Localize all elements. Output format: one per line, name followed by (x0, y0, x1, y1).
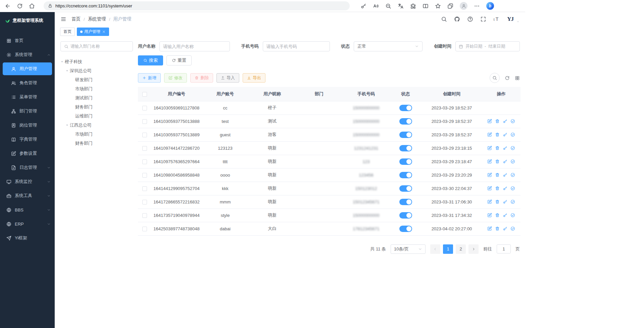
delete-row-icon[interactable] (495, 132, 500, 137)
edit-button[interactable]: 修改 (164, 73, 187, 83)
goto-page-input[interactable] (497, 244, 511, 253)
tree-node[interactable]: 深圳总公司 (60, 66, 133, 75)
assign-role-icon[interactable] (510, 199, 515, 204)
sidebar-item-bbs[interactable]: BBS (0, 203, 55, 217)
read-aloud-icon[interactable] (373, 3, 379, 9)
sidebar-item-post[interactable]: 岗位管理 (0, 118, 55, 132)
copilot-icon[interactable]: b (486, 2, 494, 10)
sidebar-item-dict[interactable]: 字典管理 (0, 132, 55, 146)
reset-password-icon[interactable] (503, 173, 507, 177)
split-screen-icon[interactable] (423, 3, 429, 9)
refresh-table-icon[interactable] (505, 76, 510, 81)
fullscreen-icon[interactable] (480, 16, 486, 22)
url-text[interactable]: https://ccnetcore.com:1101/system/user (55, 3, 132, 8)
delete-button[interactable]: 删除 (190, 73, 213, 83)
tree-node[interactable]: 运维部门 (60, 111, 133, 121)
collapse-sidebar-icon[interactable] (60, 16, 66, 22)
row-checkbox[interactable] (142, 159, 147, 164)
select-all-checkbox[interactable] (142, 92, 147, 97)
phone-input[interactable] (263, 41, 330, 51)
edit-row-icon[interactable] (487, 186, 492, 191)
sidebar-item-tools[interactable]: 系统工具 (0, 189, 55, 203)
status-toggle[interactable] (399, 199, 412, 205)
status-toggle[interactable] (399, 132, 412, 138)
delete-row-icon[interactable] (495, 213, 500, 218)
status-toggle[interactable] (399, 212, 412, 219)
delete-row-icon[interactable] (495, 226, 500, 231)
sidebar-item-log[interactable]: 日志管理 (0, 160, 55, 175)
status-toggle[interactable] (399, 185, 412, 192)
extensions-icon[interactable] (410, 3, 416, 9)
reset-password-icon[interactable] (503, 186, 507, 191)
status-toggle[interactable] (399, 226, 412, 232)
reset-password-icon[interactable] (503, 226, 507, 231)
help-icon[interactable] (467, 16, 473, 22)
assign-role-icon[interactable] (510, 146, 515, 150)
status-select[interactable]: 正常 (354, 41, 423, 51)
row-checkbox[interactable] (142, 119, 147, 124)
row-checkbox[interactable] (142, 133, 147, 137)
password-key-icon[interactable] (360, 3, 366, 9)
edit-row-icon[interactable] (487, 146, 492, 150)
close-tab-icon[interactable] (102, 30, 106, 34)
header-search-icon[interactable] (441, 16, 447, 22)
row-checkbox[interactable] (142, 227, 147, 231)
sidebar-item-monitor[interactable]: 系统监控 (0, 175, 55, 189)
sidebar-item-dept[interactable]: 部门管理 (0, 104, 55, 118)
assign-role-icon[interactable] (510, 159, 515, 164)
assign-role-icon[interactable] (510, 186, 515, 191)
browser-home-button[interactable] (29, 3, 35, 9)
sidebar-item-system[interactable]: 系统管理 (0, 48, 55, 62)
tree-node[interactable]: 江西总公司 (60, 121, 133, 130)
edit-row-icon[interactable] (487, 199, 492, 204)
reset-password-icon[interactable] (503, 213, 507, 218)
row-checkbox[interactable] (142, 106, 147, 110)
browser-profile-avatar[interactable] (460, 2, 467, 10)
search-button[interactable]: 搜索 (138, 55, 163, 65)
department-search[interactable] (60, 41, 133, 51)
sidebar-item-yi[interactable]: Yi框架 (0, 231, 55, 245)
zoom-icon[interactable] (385, 3, 391, 9)
avatar-caret-icon[interactable] (516, 20, 519, 23)
tree-node[interactable]: 财务部门 (60, 102, 133, 111)
github-icon[interactable] (454, 16, 460, 22)
tree-node[interactable]: 测试部门 (60, 93, 133, 102)
edit-row-icon[interactable] (487, 173, 492, 177)
assign-role-icon[interactable] (510, 213, 515, 218)
status-toggle[interactable] (399, 172, 412, 178)
toggle-search-button[interactable] (490, 73, 500, 83)
page-button-2[interactable]: 2 (456, 244, 466, 254)
row-checkbox[interactable] (142, 186, 147, 191)
assign-role-icon[interactable] (510, 119, 515, 124)
status-toggle[interactable] (399, 158, 412, 165)
font-size-icon[interactable]: tT (493, 16, 500, 22)
reset-password-icon[interactable] (503, 132, 507, 137)
status-toggle[interactable] (399, 105, 412, 111)
breadcrumb-home[interactable]: 首页 (71, 16, 81, 22)
edit-row-icon[interactable] (487, 226, 492, 231)
delete-row-icon[interactable] (495, 119, 500, 124)
sidebar-item-menu[interactable]: 菜单管理 (0, 90, 55, 104)
tree-node[interactable]: 财务部门 (60, 139, 133, 148)
browser-reload-button[interactable] (17, 3, 23, 9)
delete-row-icon[interactable] (495, 146, 500, 150)
address-bar[interactable]: https://ccnetcore.com:1101/system/user (44, 1, 350, 10)
sidebar-item-param[interactable]: 参数设置 (0, 146, 55, 160)
edit-row-icon[interactable] (487, 213, 492, 218)
row-checkbox[interactable] (142, 200, 147, 204)
tree-node[interactable]: 研发部门 (60, 75, 133, 84)
next-page-button[interactable] (468, 244, 479, 254)
edit-row-icon[interactable] (487, 159, 492, 164)
status-toggle[interactable] (399, 118, 412, 125)
assign-role-icon[interactable] (510, 226, 515, 231)
edit-row-icon[interactable] (487, 132, 492, 137)
tab-home[interactable]: 首页 (60, 28, 75, 36)
username-input[interactable] (159, 41, 230, 51)
tree-node[interactable]: 市场部门 (60, 130, 133, 139)
sidebar-item-erp[interactable]: ERP (0, 217, 55, 231)
add-button[interactable]: 新增 (138, 73, 161, 83)
breadcrumb-system[interactable]: 系统管理 (88, 16, 106, 22)
reset-password-icon[interactable] (503, 159, 507, 164)
prev-page-button[interactable] (430, 244, 440, 254)
column-settings-icon[interactable] (515, 76, 520, 81)
